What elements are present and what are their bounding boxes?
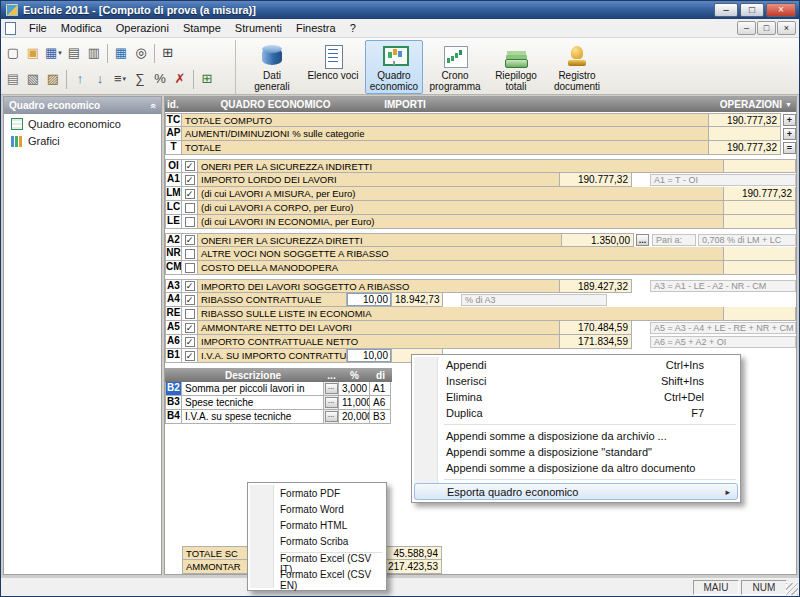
- move-down-button[interactable]: ↓: [90, 69, 110, 90]
- move-up-button[interactable]: ↑: [70, 69, 90, 90]
- sidebar-item-grafici[interactable]: Grafici: [4, 131, 161, 148]
- row-value-A6: 171.834,59: [560, 335, 632, 349]
- menu-item-duplica[interactable]: DuplicaF7: [414, 405, 738, 421]
- checkbox-LE[interactable]: [185, 217, 195, 227]
- context-menu: AppendiCtrl+InsInserisciShift+InsElimina…: [411, 354, 741, 503]
- sidebar-header[interactable]: Quadro economico «: [4, 97, 161, 114]
- menubar-item-help[interactable]: ?: [343, 20, 363, 37]
- menu-item-formato-pdf[interactable]: Formato PDF: [250, 485, 384, 501]
- dropdown-arrow-icon: ▾: [123, 75, 127, 83]
- checkbox-A5[interactable]: ✓: [185, 323, 195, 333]
- mdi-close-button[interactable]: ×: [777, 21, 796, 35]
- menubar-item-stampe[interactable]: Stampe: [176, 20, 228, 37]
- quadro-economico-button[interactable]: Quadro economico: [365, 40, 423, 94]
- checkbox-LC[interactable]: [185, 203, 195, 213]
- resize-grip[interactable]: [786, 583, 798, 595]
- checkbox-A4[interactable]: ✓: [185, 295, 195, 305]
- close-button[interactable]: ×: [766, 3, 796, 17]
- delete-button[interactable]: ✗: [170, 69, 190, 90]
- sum-button[interactable]: ∑: [130, 69, 150, 90]
- grid-button[interactable]: ⊞: [197, 69, 217, 90]
- maximize-button[interactable]: □: [740, 3, 764, 17]
- op-button-AP[interactable]: +: [783, 128, 796, 140]
- more-button-B4[interactable]: ...: [325, 411, 338, 422]
- minimize-button[interactable]: –: [714, 3, 738, 17]
- row-id-A6: A6: [165, 335, 182, 349]
- more-button-B2[interactable]: ...: [325, 383, 338, 394]
- table-row-LM: LM✓(di cui LAVORI A MISURA, per Euro)190…: [165, 187, 796, 201]
- find-icon: ◎: [135, 46, 146, 60]
- menu-item-appendi[interactable]: AppendiCtrl+Ins: [414, 357, 738, 373]
- find-button[interactable]: ◎: [131, 43, 151, 64]
- formula-hint-A2: Pari a:: [652, 234, 696, 246]
- checkbox-A2[interactable]: ✓: [185, 235, 195, 245]
- checkbox-RE[interactable]: [185, 309, 195, 319]
- checkbox-A6[interactable]: ✓: [185, 337, 195, 347]
- menu-item-elimina[interactable]: EliminaCtrl+Del: [414, 389, 738, 405]
- menu-item-formato-html[interactable]: Formato HTML: [250, 517, 384, 533]
- checkbox-CM[interactable]: [185, 263, 195, 273]
- registro-documenti-icon: [564, 43, 590, 69]
- paste-button[interactable]: ▨: [43, 69, 63, 90]
- mdi-restore-button[interactable]: □: [757, 21, 776, 35]
- input-B1[interactable]: [347, 349, 391, 362]
- elenco-voci-button[interactable]: Elenco voci: [304, 40, 362, 94]
- row-id-LE: LE: [165, 215, 182, 229]
- op-button-T[interactable]: =: [783, 142, 796, 154]
- menu-item-inserisci[interactable]: InserisciShift+Ins: [414, 373, 738, 389]
- more-button-A2[interactable]: ...: [636, 234, 649, 246]
- save-button[interactable]: ▦▾: [43, 43, 64, 64]
- row-id-OI: OI: [165, 159, 182, 173]
- menubar-item-strumenti[interactable]: Strumenti: [228, 20, 289, 37]
- print-button[interactable]: ▤: [64, 43, 84, 64]
- menubar-item-modifica[interactable]: Modifica: [54, 20, 109, 37]
- checkbox-A3[interactable]: ✓: [185, 281, 195, 291]
- checkbox-A1[interactable]: ✓: [185, 175, 195, 185]
- new-document-button[interactable]: ▢: [3, 43, 23, 64]
- print-document-button[interactable]: ▤: [3, 69, 23, 90]
- menu-item-formato-scriba[interactable]: Formato Scriba: [250, 533, 384, 549]
- row-id-CM: CM: [165, 261, 182, 275]
- quadro-economico-table: TCTOTALE COMPUTO190.777,32+APAUMENTI/DIM…: [165, 113, 796, 363]
- menubar-item-operazioni[interactable]: Operazioni: [109, 20, 176, 37]
- percent-icon: %: [154, 72, 166, 86]
- collapse-icon[interactable]: «: [148, 103, 158, 109]
- print-preview-button[interactable]: ▥: [84, 43, 104, 64]
- row-id-T: T: [165, 141, 182, 155]
- checkbox-LM[interactable]: ✓: [185, 189, 195, 199]
- mdi-minimize-button[interactable]: –: [737, 21, 756, 35]
- menu-item-appendi-somme-a-disposizione-da-altro-documento[interactable]: Appendi somme a disposizione da altro do…: [414, 460, 738, 476]
- operazioni-menu[interactable]: OPERAZIONI ▼: [720, 99, 796, 110]
- document-icon[interactable]: [5, 22, 16, 35]
- formula-hint-A5: A5 = A3 - A4 + LE - RE + NR + CM: [650, 322, 796, 334]
- price-list-button[interactable]: ▦: [111, 43, 131, 64]
- registro-documenti-button[interactable]: Registro documenti: [548, 40, 606, 94]
- table-header: id. QUADRO ECONOMICO IMPORTI OPERAZIONI …: [165, 97, 796, 112]
- list-menu-button[interactable]: ≡▾: [110, 69, 130, 90]
- menu-item-formato-word[interactable]: Formato Word: [250, 501, 384, 517]
- calculator-button[interactable]: ⊞: [158, 43, 178, 64]
- menu-item-formato-excel-csv-en[interactable]: Formato Excel (CSV EN): [250, 572, 384, 588]
- sidebar-item-quadro-economico[interactable]: Quadro economico: [4, 114, 161, 131]
- crono-programma-button[interactable]: Crono programma: [426, 40, 484, 94]
- menu-item-appendi-somme-a-disposizione-da-archivio[interactable]: Appendi somme a disposizione da archivio…: [414, 428, 738, 444]
- checkbox-B1[interactable]: ✓: [185, 351, 195, 361]
- percent-button[interactable]: %: [150, 69, 170, 90]
- input-A4[interactable]: [347, 293, 391, 306]
- menubar-item-file[interactable]: File: [22, 20, 54, 37]
- checkbox-OI[interactable]: ✓: [185, 161, 195, 171]
- row-label-CM: COSTO DELLA MANODOPERA: [198, 261, 724, 275]
- riepilogo-totali-button[interactable]: Riepilogo totali: [487, 40, 545, 94]
- menu-item-appendi-somme-a-disposizione-standard[interactable]: Appendi somme a disposizione "standard": [414, 444, 738, 460]
- copy-button[interactable]: ▧: [23, 69, 43, 90]
- menubar-item-finestra[interactable]: Finestra: [289, 20, 343, 37]
- dati-generali-button[interactable]: Dati generali: [243, 40, 301, 94]
- row-value-AP: [709, 127, 781, 141]
- menu-item-esporta-quadro-economico[interactable]: Esporta quadro economico▸: [414, 483, 738, 500]
- operazioni-label: OPERAZIONI: [720, 99, 782, 110]
- op-button-TC[interactable]: +: [783, 114, 796, 126]
- delete-icon: ✗: [175, 72, 186, 86]
- open-folder-button[interactable]: ▣: [23, 43, 43, 64]
- checkbox-NR[interactable]: [185, 249, 195, 259]
- more-button-B3[interactable]: ...: [325, 397, 338, 408]
